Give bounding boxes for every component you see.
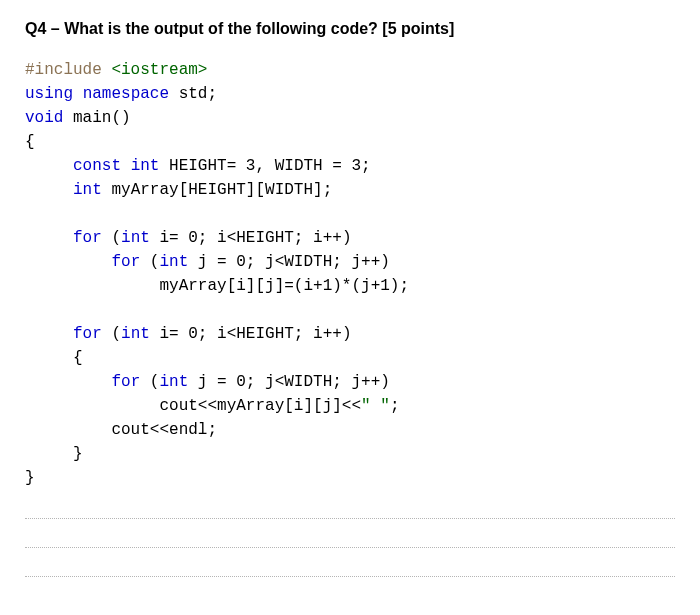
- code-token-keyword: namespace: [83, 85, 169, 103]
- code-token: ;: [390, 397, 400, 415]
- code-block: #include <iostream> using namespace std;…: [25, 58, 675, 490]
- code-token-keyword: for: [111, 253, 140, 271]
- code-token: cout<<endl;: [25, 421, 217, 439]
- code-token: myArray[i][j]=(i+1)*(j+1);: [25, 277, 409, 295]
- code-token: [25, 373, 111, 391]
- code-token-keyword: int: [131, 157, 160, 175]
- code-token-keyword: for: [73, 229, 102, 247]
- code-token: }: [25, 469, 35, 487]
- code-token-keyword: const: [73, 157, 121, 175]
- code-token: [25, 181, 73, 199]
- question-title: Q4 – What is the output of the following…: [25, 20, 675, 38]
- separator-line: [25, 547, 675, 548]
- code-token: (: [102, 229, 121, 247]
- code-token: (: [102, 325, 121, 343]
- code-token: }: [25, 445, 83, 463]
- code-token-string: " ": [361, 397, 390, 415]
- code-token: i= 0; i<HEIGHT; i++): [150, 325, 352, 343]
- code-token: (: [140, 373, 159, 391]
- code-token: [25, 325, 73, 343]
- code-token-keyword: int: [159, 373, 188, 391]
- code-token-keyword: int: [159, 253, 188, 271]
- code-token-keyword: for: [111, 373, 140, 391]
- separator-line: [25, 518, 675, 519]
- code-token-keyword: int: [121, 325, 150, 343]
- code-token-include: <iostream>: [102, 61, 208, 79]
- code-token-keyword: int: [121, 229, 150, 247]
- code-token: [25, 157, 73, 175]
- code-token-keyword: for: [73, 325, 102, 343]
- code-token: HEIGHT= 3, WIDTH = 3;: [159, 157, 370, 175]
- code-token: main(): [63, 109, 130, 127]
- code-token: [73, 85, 83, 103]
- code-token: (: [140, 253, 159, 271]
- code-token-keyword: int: [73, 181, 102, 199]
- code-token: i= 0; i<HEIGHT; i++): [150, 229, 352, 247]
- code-token: {: [25, 133, 35, 151]
- code-token-keyword: using: [25, 85, 73, 103]
- code-token-keyword: void: [25, 109, 63, 127]
- separator-line: [25, 576, 675, 577]
- code-token: myArray[HEIGHT][WIDTH];: [102, 181, 332, 199]
- code-token: {: [25, 349, 83, 367]
- code-token: j = 0; j<WIDTH; j++): [188, 373, 390, 391]
- code-token: std;: [169, 85, 217, 103]
- code-token: [121, 157, 131, 175]
- code-token-preproc: #include: [25, 61, 102, 79]
- code-token: [25, 229, 73, 247]
- code-token: [25, 253, 111, 271]
- code-token: cout<<myArray[i][j]<<: [25, 397, 361, 415]
- code-token: j = 0; j<WIDTH; j++): [188, 253, 390, 271]
